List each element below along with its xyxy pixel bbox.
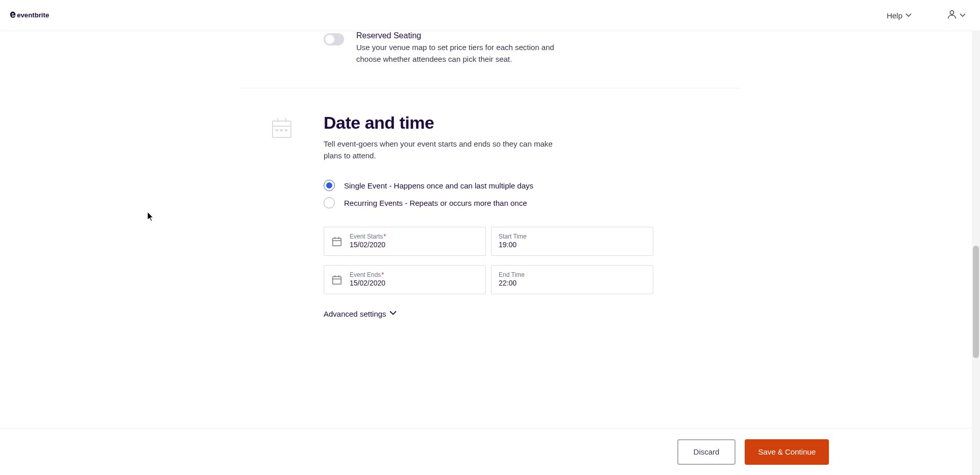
calendar-icon (270, 116, 294, 140)
date-time-subheading: Tell event-goers when your event starts … (324, 138, 564, 162)
chevron-down-icon (905, 12, 912, 18)
svg-rect-8 (285, 129, 287, 131)
svg-point-1 (950, 11, 953, 14)
user-menu[interactable] (942, 6, 970, 25)
event-starts-label: Event Starts* (350, 233, 386, 241)
svg-rect-7 (280, 129, 283, 131)
save-continue-button[interactable]: Save & Continue (745, 439, 829, 465)
scrollbar[interactable] (972, 31, 980, 475)
advanced-settings-toggle[interactable]: Advanced settings (324, 310, 397, 318)
event-starts-value: 15/02/2020 (350, 241, 386, 250)
event-ends-value: 15/02/2020 (350, 279, 385, 288)
end-time-value: 22:00 (499, 279, 525, 288)
date-time-heading: Date and time (324, 113, 655, 133)
advanced-settings-label: Advanced settings (324, 310, 386, 318)
event-ends-field[interactable]: Event Ends* 15/02/2020 (324, 265, 486, 294)
topbar: eventbrite Help (0, 0, 980, 31)
eventbrite-logo[interactable]: eventbrite (10, 9, 71, 21)
chevron-down-icon (960, 12, 966, 18)
reserved-seating-block: Reserved Seating Use your venue map to s… (240, 31, 740, 88)
radio-single-event[interactable]: Single Event - Happens once and can last… (324, 180, 655, 191)
radio-indicator (324, 197, 335, 208)
topbar-right: Help (883, 6, 970, 25)
scrollbar-thumb[interactable] (973, 246, 979, 358)
date-time-fields: Event Starts* 15/02/2020 Start Time 19:0… (324, 227, 655, 294)
toggle-knob (325, 35, 334, 44)
start-time-label: Start Time (499, 233, 527, 241)
calendar-icon (331, 236, 342, 247)
start-time-value: 19:00 (499, 241, 527, 250)
user-icon (946, 9, 958, 22)
end-time-field[interactable]: End Time 22:00 (491, 265, 653, 294)
help-label: Help (887, 11, 902, 20)
radio-recurring-events[interactable]: Recurring Events - Repeats or occurs mor… (324, 197, 655, 208)
radio-recurring-label: Recurring Events - Repeats or occurs mor… (344, 199, 527, 207)
reserved-seating-description: Use your venue map to set price tiers fo… (356, 41, 567, 65)
chevron-down-icon (389, 310, 397, 318)
date-time-section: Date and time Tell event-goers when your… (240, 88, 740, 319)
radio-single-label: Single Event - Happens once and can last… (344, 181, 533, 190)
footer-actions: Discard Save & Continue (0, 428, 980, 475)
start-time-field[interactable]: Start Time 19:00 (491, 227, 653, 256)
reserved-seating-toggle[interactable] (324, 33, 344, 45)
end-time-label: End Time (499, 271, 525, 279)
radio-indicator (324, 180, 335, 191)
svg-rect-6 (276, 129, 278, 131)
page-content: Reserved Seating Use your venue map to s… (0, 31, 980, 319)
event-ends-label: Event Ends* (350, 271, 385, 279)
svg-rect-9 (333, 238, 341, 246)
help-menu[interactable]: Help (883, 8, 916, 23)
calendar-icon (331, 274, 342, 286)
reserved-seating-title: Reserved Seating (356, 31, 567, 40)
svg-text:eventbrite: eventbrite (17, 11, 49, 19)
discard-button[interactable]: Discard (677, 439, 736, 465)
svg-rect-13 (333, 276, 341, 284)
event-occurrence-radios: Single Event - Happens once and can last… (324, 180, 655, 208)
event-starts-field[interactable]: Event Starts* 15/02/2020 (324, 227, 486, 256)
